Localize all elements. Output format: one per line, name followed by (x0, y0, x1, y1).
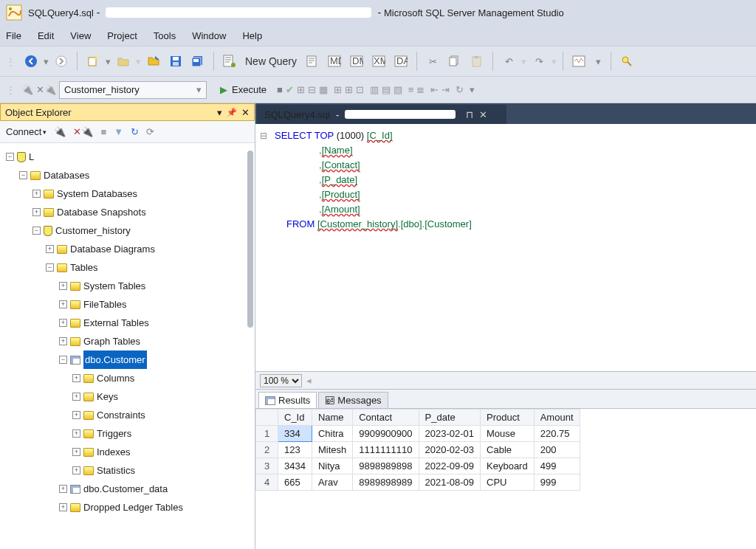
cell[interactable]: Chitra (312, 426, 352, 442)
script-button[interactable] (303, 52, 322, 71)
opt3-button[interactable]: ⊡ (356, 84, 364, 95)
tree-dbo-customer[interactable]: dbo.Customer (83, 351, 147, 369)
nav-back-button[interactable] (21, 52, 41, 71)
connect-button[interactable]: Connect▾ (6, 126, 47, 137)
res3-button[interactable]: ▧ (394, 84, 402, 95)
tree-databases[interactable]: Databases (44, 166, 89, 184)
cell[interactable]: 3434 (278, 458, 312, 474)
plan2-button[interactable]: ⊟ (308, 84, 316, 95)
refresh-icon[interactable]: ↻ (131, 126, 139, 137)
cell[interactable]: Keyboard (481, 458, 535, 474)
scrollbar-thumb[interactable] (247, 151, 253, 328)
fold-gutter[interactable]: ⊟ (260, 128, 267, 143)
tree-triggers[interactable]: Triggers (97, 424, 131, 443)
cell[interactable]: 499 (534, 458, 580, 474)
disconnect-icon[interactable]: ✕🔌 (73, 126, 93, 137)
cut-button[interactable]: ✂ (423, 52, 442, 71)
new-query-icon[interactable] (220, 52, 239, 71)
copy-button[interactable] (445, 52, 464, 71)
cell[interactable]: Nitya (312, 458, 352, 474)
table-row[interactable]: 2123Mitesh11111111102020-02-03Cable200 (256, 442, 580, 458)
dmx-button[interactable]: DMX (347, 52, 366, 71)
dropdown-icon[interactable]: ▾ (591, 52, 605, 71)
pin-icon[interactable]: 📌 (227, 108, 237, 117)
tree-columns[interactable]: Columns (97, 369, 134, 387)
connect-icon[interactable]: 🔌 (54, 126, 66, 137)
menu-edit[interactable]: Edit (38, 30, 54, 41)
tree-snapshots[interactable]: Database Snapshots (57, 203, 146, 221)
tree-graphtables[interactable]: Graph Tables (83, 332, 140, 351)
tree-customer-history[interactable]: Customer_history (55, 221, 131, 240)
tree-exttables[interactable]: External Tables (83, 314, 149, 332)
database-combo[interactable]: Customer_history▾ (59, 81, 207, 99)
tree-keys[interactable]: Keys (97, 387, 118, 406)
results-tab[interactable]: Results (258, 392, 317, 408)
find-button[interactable] (617, 52, 636, 71)
filter-icon[interactable]: ▼ (114, 126, 123, 137)
cell[interactable]: Arav (312, 474, 352, 491)
tree-indexes[interactable]: Indexes (97, 443, 131, 461)
opt2-button[interactable]: ⊞ (345, 84, 353, 95)
close-tab-icon[interactable]: ✕ (479, 109, 487, 120)
activity-button[interactable] (569, 52, 588, 71)
menu-file[interactable]: File (6, 30, 21, 41)
save-button[interactable] (166, 52, 185, 71)
cell[interactable]: 2020-02-03 (419, 442, 481, 458)
cell[interactable]: 9909900900 (353, 426, 419, 442)
activity-icon[interactable]: ⟳ (146, 126, 154, 137)
new-query-button[interactable]: New Query (242, 55, 300, 67)
cell[interactable]: 8989898989 (353, 474, 419, 491)
menu-project[interactable]: Project (107, 30, 137, 41)
opt1-button[interactable]: ⊞ (334, 84, 342, 95)
cell[interactable]: 2022-09-09 (419, 458, 481, 474)
cell[interactable]: 999 (534, 474, 580, 491)
tree-systables[interactable]: System Tables (83, 277, 145, 295)
xmla-button[interactable]: XMLA (369, 52, 388, 71)
col-product[interactable]: Product (481, 410, 535, 426)
res2-button[interactable]: ▤ (382, 84, 391, 95)
cell[interactable]: 2023-02-01 (419, 426, 481, 442)
cell[interactable]: 665 (278, 474, 312, 491)
mdx-button[interactable]: MDX (325, 52, 344, 71)
menu-help[interactable]: Help (242, 30, 262, 41)
dropdown-icon[interactable]: ▾ (217, 107, 222, 118)
tree-sysdb[interactable]: System Databases (57, 184, 137, 203)
cm1-button[interactable]: ⇤ (430, 84, 439, 95)
menu-view[interactable]: View (70, 30, 91, 41)
sql-editor[interactable]: ⊟ SELECT TOP (1000) [C_Id] ,[Name] ,[Con… (255, 124, 756, 372)
cell[interactable]: CPU (481, 474, 535, 491)
plan3-button[interactable]: ▦ (319, 84, 328, 95)
table-row[interactable]: 1334Chitra99099009002023-02-01Mouse220.7… (256, 426, 580, 442)
col-contact[interactable]: Contact (353, 410, 419, 426)
connect-icon[interactable]: 🔌 (21, 84, 33, 95)
tree-filetables[interactable]: FileTables (83, 295, 127, 314)
tree-db-diagrams[interactable]: Database Diagrams (70, 240, 155, 258)
object-tree[interactable]: −L −Databases +System Databases +Databas… (0, 143, 255, 549)
row-number[interactable]: 3 (256, 458, 278, 474)
res1-button[interactable]: ▥ (370, 84, 379, 95)
cell[interactable]: 1111111110 (353, 442, 419, 458)
row-number[interactable]: 1 (256, 426, 278, 442)
open-button[interactable] (114, 52, 133, 71)
tree-statistics[interactable]: Statistics (97, 461, 135, 480)
tree-constraints[interactable]: Constraints (97, 406, 145, 424)
pin-icon[interactable]: ⊓ (466, 109, 473, 120)
cm3-button[interactable]: ↻ (456, 84, 464, 95)
messages-tab[interactable]: 🗟Messages (318, 392, 388, 408)
paste-button[interactable] (467, 52, 487, 71)
editor-tab[interactable]: SQLQuery4.sql - ⊓ ✕ (257, 105, 506, 124)
menu-window[interactable]: Window (192, 30, 226, 41)
cell[interactable]: Mouse (481, 426, 535, 442)
indent2-button[interactable]: ≣ (416, 84, 425, 95)
table-row[interactable]: 33434Nitya98989898982022-09-09Keyboard49… (256, 458, 580, 474)
zoom-combo[interactable]: 100 % (260, 374, 302, 387)
results-grid[interactable]: C_Id Name Contact P_date Product Amount … (255, 409, 756, 549)
col-amount[interactable]: Amount (534, 410, 580, 426)
row-number[interactable]: 2 (256, 442, 278, 458)
col-cid[interactable]: C_Id (278, 410, 312, 426)
tree-dbo-customer-data[interactable]: dbo.Customer_data (83, 480, 168, 498)
tree-tables[interactable]: Tables (70, 258, 98, 277)
cm2-button[interactable]: ⇥ (441, 84, 450, 95)
cell[interactable]: 200 (534, 442, 580, 458)
cell[interactable]: 9898989898 (353, 458, 419, 474)
